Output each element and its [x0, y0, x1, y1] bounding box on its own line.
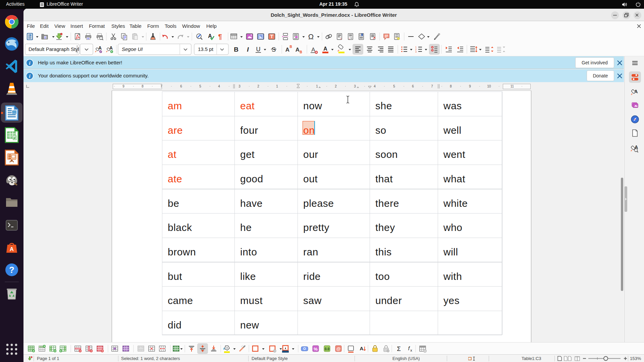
svg-text:¶: ¶ — [218, 33, 222, 40]
svg-text:3: 3 — [354, 84, 356, 88]
svg-text:Segoe UI: Segoe UI — [122, 46, 143, 52]
svg-text:5: 5 — [199, 84, 201, 88]
svg-text:8: 8 — [142, 84, 144, 88]
svg-text:Default Paragraph Styl: Default Paragraph Styl — [29, 46, 79, 52]
svg-text:2: 2 — [335, 84, 337, 88]
svg-text:@: @ — [336, 346, 341, 351]
svg-text:x: x — [410, 348, 412, 352]
svg-text:S: S — [272, 46, 276, 53]
svg-text:Σ: Σ — [397, 345, 401, 352]
svg-text:6: 6 — [180, 84, 182, 88]
svg-text:B: B — [289, 45, 292, 49]
svg-text:3: 3 — [238, 84, 240, 88]
svg-text:0.0: 0.0 — [325, 347, 329, 351]
svg-text:2: 2 — [257, 84, 259, 88]
svg-text:13.5 pt: 13.5 pt — [198, 46, 214, 52]
svg-text:A: A — [323, 46, 327, 52]
svg-text:A: A — [10, 246, 14, 252]
svg-text:f: f — [408, 346, 410, 351]
svg-text:11: 11 — [511, 84, 514, 88]
svg-text:7: 7 — [160, 84, 162, 88]
svg-text:A: A — [296, 47, 300, 53]
svg-text:Ω: Ω — [308, 33, 314, 41]
svg-text:5: 5 — [393, 84, 395, 88]
svg-text:8: 8 — [450, 84, 452, 88]
svg-text:1: 1 — [276, 84, 278, 88]
svg-text:3: 3 — [415, 51, 417, 53]
svg-text:U: U — [256, 46, 261, 53]
svg-text:B: B — [300, 50, 302, 54]
svg-text:A: A — [311, 47, 315, 53]
svg-text:4: 4 — [218, 84, 220, 88]
svg-text:6: 6 — [412, 84, 414, 88]
svg-text:B: B — [234, 46, 238, 53]
svg-text:7: 7 — [431, 84, 433, 88]
svg-text:2: 2 — [415, 48, 417, 51]
svg-text:1: 1 — [415, 46, 417, 48]
svg-text:4: 4 — [374, 84, 376, 88]
svg-text:1: 1 — [340, 37, 342, 40]
svg-text:i: i — [349, 37, 350, 40]
svg-text:I: I — [247, 46, 249, 53]
svg-text:?: ? — [9, 265, 14, 275]
svg-text:A: A — [285, 47, 289, 53]
svg-text:A: A — [360, 346, 364, 351]
svg-text:A: A — [208, 33, 212, 39]
svg-text:9: 9 — [469, 84, 471, 88]
svg-text:1: 1 — [316, 84, 318, 88]
svg-text:9: 9 — [122, 84, 124, 88]
svg-text:10: 10 — [487, 84, 491, 88]
svg-text:%: % — [314, 347, 318, 352]
